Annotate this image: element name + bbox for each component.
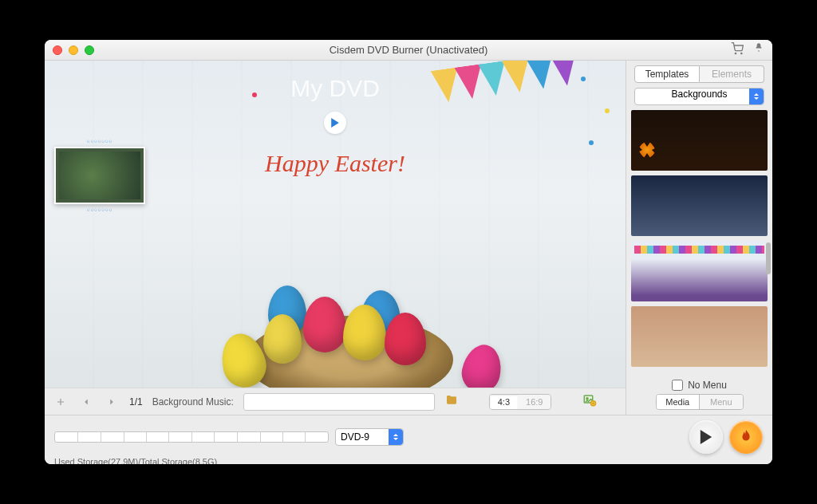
close-window-button[interactable] xyxy=(53,45,62,55)
category-selector[interactable]: Backgrounds xyxy=(634,88,764,105)
dropdown-arrow-icon xyxy=(749,89,764,104)
play-preview-button[interactable] xyxy=(689,420,723,454)
next-page-button[interactable] xyxy=(104,394,120,410)
storage-text: Used Storage(27.9M)/Total Storage(8.5G) xyxy=(54,457,763,464)
left-pane: My DVD Happy Easter! 1/1 Background Musi… xyxy=(45,61,626,415)
bg-music-label: Background Music: xyxy=(152,396,234,408)
sidebar-bottom: No Menu Media Menu xyxy=(626,375,772,415)
tab-templates[interactable]: Templates xyxy=(634,65,700,83)
background-item[interactable] xyxy=(631,306,768,367)
window-title: Cisdem DVD Burner (Unactivated) xyxy=(45,44,772,56)
sidebar-tabs: Templates Elements xyxy=(626,61,772,86)
page-indicator: 1/1 xyxy=(129,396,143,408)
disc-type-value: DVD-9 xyxy=(341,431,369,443)
background-item[interactable] xyxy=(631,241,768,301)
background-item[interactable] xyxy=(631,175,768,236)
disc-type-selector[interactable]: DVD-9 xyxy=(335,428,404,446)
template-headline: Happy Easter! xyxy=(265,150,405,177)
right-sidebar: Templates Elements Backgrounds No Me xyxy=(626,61,772,415)
backgrounds-list[interactable] xyxy=(626,110,772,375)
no-menu-label: No Menu xyxy=(688,380,727,391)
minimize-window-button[interactable] xyxy=(69,45,78,55)
ratio-16-9-button[interactable]: 16:9 xyxy=(518,395,551,409)
svg-point-0 xyxy=(735,53,736,53)
shopping-cart-icon[interactable] xyxy=(731,42,744,58)
traffic-lights xyxy=(53,45,94,55)
dropdown-arrow-icon xyxy=(389,429,403,445)
easter-eggs-decoration xyxy=(206,224,493,388)
aspect-ratio-toggle: 4:3 16:9 xyxy=(489,394,552,410)
video-thumbnail[interactable] xyxy=(54,147,145,204)
bottom-bar: DVD-9 Used Storage(27.9M)/Total Storage(… xyxy=(45,415,772,464)
tab-elements[interactable]: Elements xyxy=(700,65,764,83)
preview-toolbar: 1/1 Background Music: 4:3 16:9 xyxy=(45,388,626,415)
category-selector-value: Backgrounds xyxy=(671,89,727,100)
menu-tab-button[interactable]: Menu xyxy=(700,395,743,409)
no-menu-checkbox-row[interactable]: No Menu xyxy=(634,380,764,391)
media-menu-toggle: Media Menu xyxy=(656,394,744,410)
scrollbar-thumb[interactable] xyxy=(766,242,771,274)
background-item[interactable] xyxy=(631,110,768,171)
svg-point-3 xyxy=(586,398,588,400)
image-edit-button[interactable] xyxy=(582,393,598,410)
zoom-window-button[interactable] xyxy=(85,45,94,55)
preview-play-button[interactable] xyxy=(324,112,346,134)
bell-icon[interactable] xyxy=(753,42,764,58)
storage-bar xyxy=(54,431,329,443)
burn-button[interactable] xyxy=(729,420,763,454)
media-tab-button[interactable]: Media xyxy=(657,395,701,409)
prev-page-button[interactable] xyxy=(78,394,94,410)
svg-point-1 xyxy=(741,53,742,53)
ratio-4-3-button[interactable]: 4:3 xyxy=(490,395,518,409)
browse-music-button[interactable] xyxy=(444,394,459,409)
content-area: My DVD Happy Easter! 1/1 Background Musi… xyxy=(45,61,772,415)
bg-music-input[interactable] xyxy=(243,393,435,411)
no-menu-checkbox[interactable] xyxy=(672,380,683,391)
app-window: Cisdem DVD Burner (Unactivated) My DVD H… xyxy=(45,40,772,464)
disc-title[interactable]: My DVD xyxy=(290,75,380,102)
menu-preview[interactable]: My DVD Happy Easter! xyxy=(45,61,626,388)
add-button[interactable] xyxy=(53,394,69,410)
titlebar: Cisdem DVD Burner (Unactivated) xyxy=(45,40,772,61)
